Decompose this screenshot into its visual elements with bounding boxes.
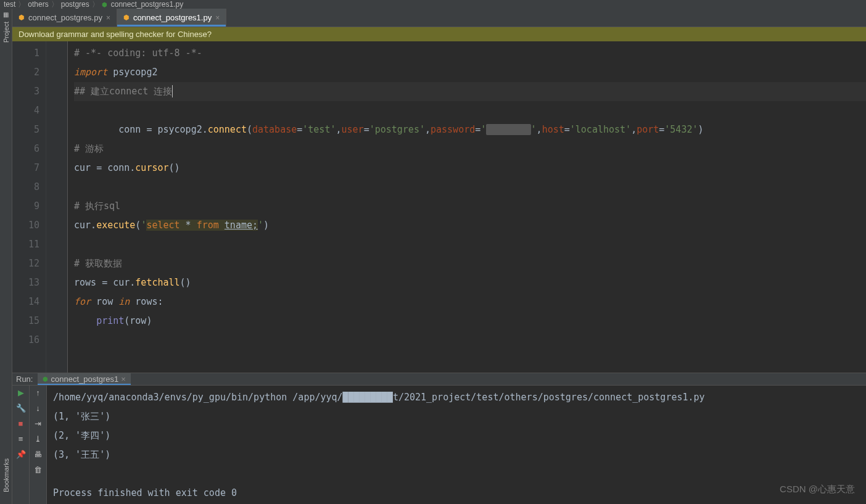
breadcrumb-item[interactable]: connect_postgres1.py (111, 0, 183, 9)
stop-button[interactable]: ■ (19, 419, 23, 428)
code-text: ' (480, 124, 486, 135)
down-icon[interactable]: ↓ (36, 403, 40, 413)
code-text: execute (96, 220, 135, 231)
up-icon[interactable]: ↑ (36, 388, 40, 397)
code-text: () (169, 162, 180, 173)
code-text: = (475, 124, 480, 135)
breadcrumb-item[interactable]: postgres (61, 0, 89, 9)
code-text: tname; (225, 220, 258, 231)
code-text: ) (263, 220, 269, 231)
code-text: cur. (74, 220, 96, 231)
console-line (53, 465, 860, 484)
code-text: = (102, 277, 107, 288)
run-button[interactable]: ▶ (18, 388, 24, 397)
console-line: /home/yyq/anaconda3/envs/py_gpu/bin/pyth… (53, 388, 860, 407)
code-text: 'test' (302, 124, 336, 135)
pin-icon[interactable]: 📌 (16, 450, 26, 459)
run-header: Run: ⬢ connect_postgres1 × (12, 373, 866, 386)
code-text: user (342, 124, 364, 135)
code-text: , (425, 124, 431, 135)
code-text: port (637, 124, 659, 135)
code-text: psycopg2. (152, 124, 207, 135)
editor-tabs: ⬢ connect_postgres.py × ⬢ connect_postgr… (12, 9, 866, 27)
project-icon[interactable]: ▦ (3, 11, 9, 18)
scroll-to-end-icon[interactable]: ⤓ (35, 434, 41, 444)
code-text: () (180, 277, 191, 288)
console-line: Process finished with exit code 0 (53, 484, 860, 503)
code-text: row (91, 296, 118, 307)
run-tab-label: connect_postgres1 (51, 374, 118, 384)
code-text: cur (74, 162, 96, 173)
code-text: = (297, 124, 302, 135)
close-icon[interactable]: × (121, 374, 126, 384)
code-text: ' (531, 124, 537, 135)
console-line: (1, '张三') (53, 407, 860, 426)
code-text: , (631, 124, 637, 135)
code-text: host (542, 124, 564, 135)
code-text: ' (258, 220, 263, 231)
code-text: * (180, 220, 197, 231)
soft-wrap-icon[interactable]: ⇥ (35, 419, 41, 428)
notification-banner[interactable]: Download grammar and spelling checker fo… (12, 27, 866, 41)
code-text: ## 建立connect 连接 (74, 86, 172, 97)
editor-tab[interactable]: ⬢ connect_postgres.py × (12, 9, 117, 27)
code-text: password (431, 124, 475, 135)
run-toolbar-primary: ▶ 🔧 ■ ≡ 📌 (12, 386, 30, 504)
tab-label: connect_postgres.py (28, 13, 102, 22)
run-tab[interactable]: ⬢ connect_postgres1 × (38, 373, 130, 385)
console-line: (2, '李四') (53, 426, 860, 445)
code-text: psycopg2 (107, 67, 157, 78)
code-text: conn (118, 124, 146, 135)
code-text: print (96, 315, 124, 326)
python-file-icon: ⬢ (123, 14, 130, 22)
code-text: cur. (107, 277, 135, 288)
code-lines[interactable]: # -*- coding: utf-8 -*- import psycopg2 … (68, 41, 866, 373)
code-text: '5432' (664, 124, 698, 135)
python-file-icon: ⬢ (102, 1, 107, 8)
code-text: # 获取数据 (74, 258, 122, 269)
close-icon[interactable]: × (215, 14, 220, 22)
code-text: , (537, 124, 542, 135)
run-toolbar-secondary: ↑ ↓ ⇥ ⤓ 🖶 🗑 (30, 386, 47, 504)
code-text: conn. (102, 162, 135, 173)
code-text: # 游标 (74, 143, 104, 154)
left-toolbar: ▦ Project Bookmarks (0, 9, 12, 504)
code-text: = (564, 124, 570, 135)
project-tool-tab[interactable]: Project (1, 18, 11, 46)
run-tool-window: Run: ⬢ connect_postgres1 × ▶ 🔧 ■ ≡ 📌 ↑ ↓… (12, 373, 866, 504)
console-line: (3, '王五') (53, 445, 860, 465)
gutter-marks (46, 41, 68, 373)
breadcrumb-item[interactable]: others (28, 0, 48, 9)
code-text: = (364, 124, 369, 135)
code-text: from (197, 220, 219, 231)
code-text: connect (208, 124, 247, 135)
python-file-icon: ⬢ (43, 376, 48, 382)
code-text: import (74, 67, 107, 78)
trash-icon[interactable]: 🗑 (34, 465, 42, 474)
close-icon[interactable]: × (106, 14, 110, 22)
code-text (74, 315, 96, 326)
layout-icon[interactable]: ≡ (19, 434, 23, 444)
code-text: # 执行sql (74, 200, 120, 212)
editor: ⬢ connect_postgres.py × ⬢ connect_postgr… (12, 9, 866, 373)
code-text: 'localhost' (570, 124, 631, 135)
run-label: Run: (16, 374, 33, 384)
breadcrumb-item[interactable]: test (4, 0, 15, 9)
code-text: in (118, 296, 130, 307)
breadcrumb: test 〉 others 〉 postgres 〉 ⬢ connect_pos… (0, 0, 866, 9)
caret (172, 85, 173, 97)
bookmarks-tool-tab[interactable]: Bookmarks (1, 455, 11, 496)
debug-tool-icon[interactable]: 🔧 (16, 403, 26, 413)
editor-tab-active[interactable]: ⬢ connect_postgres1.py × (117, 9, 226, 27)
code-text: : (157, 296, 163, 307)
code-editor[interactable]: 12345678 910111213141516 # -*- coding: u… (12, 41, 866, 373)
code-text: fetchall (135, 277, 179, 288)
code-text: rows (74, 277, 102, 288)
code-text: , (336, 124, 341, 135)
code-text: for (74, 296, 91, 307)
print-icon[interactable]: 🖶 (34, 450, 42, 459)
python-file-icon: ⬢ (19, 14, 25, 22)
code-text: # -*- coding: utf-8 -*- (74, 48, 202, 59)
code-text: rows (130, 296, 157, 307)
run-console[interactable]: /home/yyq/anaconda3/envs/py_gpu/bin/pyth… (47, 386, 866, 504)
